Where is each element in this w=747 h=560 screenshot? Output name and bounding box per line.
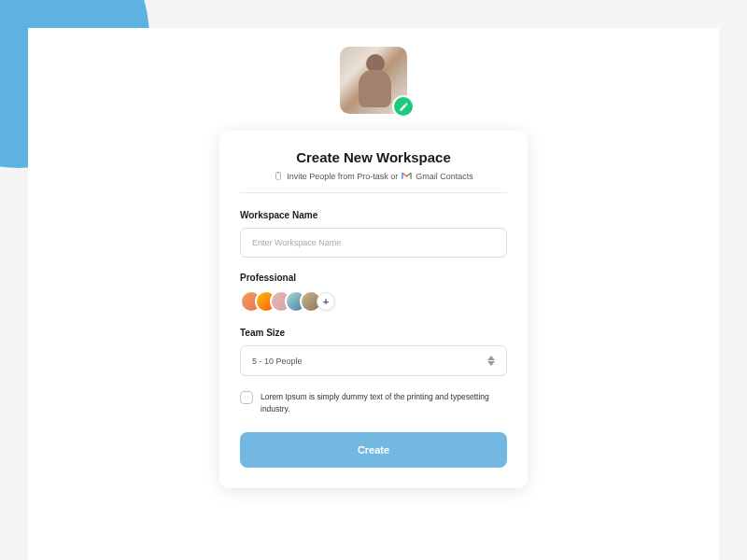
professional-label: Professional <box>240 273 507 283</box>
create-button[interactable]: Create <box>240 432 507 468</box>
svg-rect-0 <box>276 173 281 180</box>
card-title: Create New Workspace <box>240 149 507 165</box>
team-size-label: Team Size <box>240 328 507 338</box>
main-container: Create New Workspace Invite People from … <box>0 0 747 488</box>
add-member-button[interactable]: + <box>317 292 335 311</box>
stepper-arrows <box>487 356 495 366</box>
workspace-name-label: Workspace Name <box>240 210 507 220</box>
edit-avatar-button[interactable] <box>392 95 415 118</box>
subtitle-text-prefix: Invite People from Pro-task or <box>287 172 398 181</box>
subtitle-text-suffix: Gmail Contacts <box>416 172 473 181</box>
consent-row: Lorem Ipsum is simply dummy text of the … <box>240 391 507 415</box>
professional-group: Professional + <box>240 273 507 313</box>
card-subtitle: Invite People from Pro-task or Gmail Con… <box>240 171 507 193</box>
team-size-group: Team Size 5 - 10 People <box>240 328 507 376</box>
team-size-value: 5 - 10 People <box>252 357 303 366</box>
consent-text: Lorem Ipsum is simply dummy text of the … <box>261 391 507 415</box>
team-size-select[interactable]: 5 - 10 People <box>240 345 507 376</box>
workspace-name-input[interactable] <box>240 228 507 258</box>
member-avatar-stack: + <box>240 290 507 313</box>
workspace-name-group: Workspace Name <box>240 210 507 258</box>
consent-checkbox[interactable] <box>240 391 253 404</box>
pencil-icon <box>399 102 409 112</box>
workspace-form-card: Create New Workspace Invite People from … <box>219 131 528 488</box>
chevron-up-icon <box>487 356 495 360</box>
svg-rect-1 <box>277 172 280 174</box>
clipboard-icon <box>274 171 283 181</box>
profile-avatar-wrapper <box>340 47 407 114</box>
gmail-icon <box>402 172 412 180</box>
chevron-down-icon <box>487 361 495 366</box>
